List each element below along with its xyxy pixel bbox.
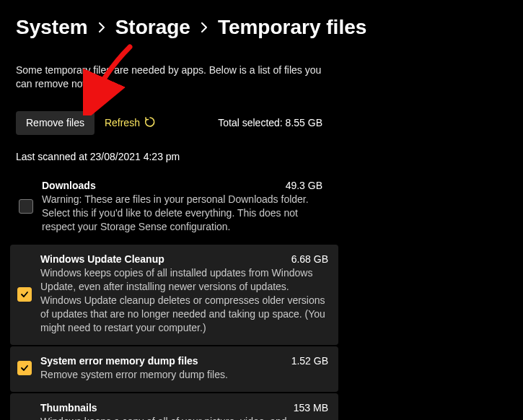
list-item[interactable]: System error memory dump files 1.52 GB R… [10, 346, 338, 392]
item-size: 153 MB [294, 402, 328, 414]
last-scanned-label: Last scanned at 23/08/2021 4:23 pm [0, 135, 523, 162]
list-item[interactable]: Windows Update Cleanup 6.68 GB Windows k… [10, 245, 338, 344]
actions-row: Remove files Refresh Total selected: 8.5… [0, 91, 523, 135]
breadcrumb-system[interactable]: System [16, 16, 88, 39]
list-item-content: Thumbnails 153 MB Windows keeps a copy o… [40, 402, 328, 420]
list-item-content: System error memory dump files 1.52 GB R… [40, 355, 328, 382]
total-selected-label: Total selected: 8.55 GB [218, 117, 507, 128]
item-title: Downloads [42, 180, 96, 191]
list-item-content: Downloads 49.3 GB Warning: These are fil… [42, 180, 500, 234]
checkbox[interactable] [17, 287, 32, 302]
checkbox[interactable] [17, 361, 32, 375]
checkbox[interactable] [19, 199, 33, 214]
remove-files-button[interactable]: Remove files [16, 111, 95, 135]
item-description: Windows keeps a copy of all of your pict… [40, 415, 328, 420]
refresh-icon [144, 116, 156, 130]
refresh-link[interactable]: Refresh [105, 116, 156, 130]
item-title: System error memory dump files [40, 355, 198, 367]
item-description: Windows keeps copies of all installed up… [40, 266, 328, 334]
item-size: 6.68 GB [291, 253, 328, 265]
item-size: 49.3 GB [286, 180, 500, 191]
page-title: Temporary files [218, 16, 366, 39]
breadcrumb: System Storage Temporary files [0, 0, 523, 42]
item-title: Thumbnails [40, 402, 97, 414]
chevron-right-icon [98, 22, 105, 32]
chevron-right-icon [201, 22, 208, 32]
list-item[interactable]: Thumbnails 153 MB Windows keeps a copy o… [10, 393, 338, 420]
page-description: Some temporary files are needed by apps.… [0, 42, 346, 91]
item-description: Remove system error memory dump files. [40, 368, 328, 382]
item-title: Windows Update Cleanup [40, 253, 164, 265]
refresh-label: Refresh [105, 117, 140, 128]
file-categories-list: Downloads 49.3 GB Warning: These are fil… [0, 162, 523, 420]
list-item[interactable]: Downloads 49.3 GB Warning: These are fil… [10, 171, 516, 244]
item-description: Warning: These are files in your persona… [42, 193, 330, 234]
breadcrumb-storage[interactable]: Storage [115, 16, 190, 39]
item-size: 1.52 GB [291, 355, 328, 367]
list-item-content: Windows Update Cleanup 6.68 GB Windows k… [40, 253, 328, 334]
